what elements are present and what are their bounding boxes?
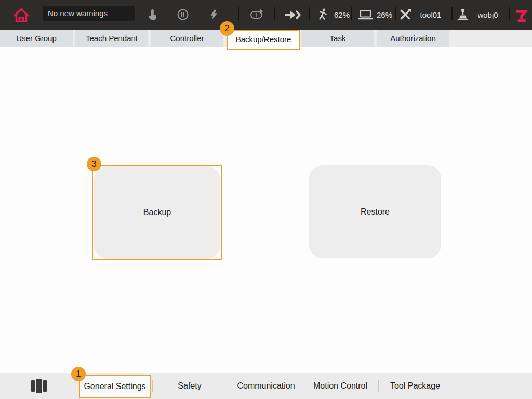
tab-teach-pendant[interactable]: Teach Pendant [75, 30, 148, 47]
home-button[interactable] [10, 4, 32, 26]
pause-icon [177, 8, 189, 21]
topbar-separator [451, 7, 453, 20]
backup-button-label: Backup [143, 208, 171, 217]
step-badge-2: 2 [220, 21, 234, 36]
topbar-separator [509, 7, 510, 20]
hand-guide-button[interactable] [144, 7, 160, 22]
backup-restore-panel [0, 47, 532, 373]
cycle-once-icon: 1 [249, 8, 264, 21]
hand-icon [146, 8, 158, 21]
cycle-mode-button[interactable]: 1 [248, 7, 265, 22]
bottombar-separator [302, 380, 302, 392]
top-status-bar: No new warnings 1 [0, 0, 532, 30]
tab-label: User Group [16, 34, 57, 43]
nav-tool-package[interactable]: Tool Package [390, 373, 440, 399]
lightning-icon [208, 8, 220, 21]
tab-authorization[interactable]: Authorization [377, 30, 449, 47]
speed-button[interactable] [315, 7, 330, 22]
robot-arm-icon [515, 8, 528, 22]
tab-label: Authorization [390, 34, 436, 43]
running-person-icon [316, 8, 329, 21]
tab-user-group[interactable]: User Group [0, 30, 73, 47]
pause-button[interactable] [175, 7, 191, 22]
nav-label: Tool Package [390, 381, 440, 390]
topbar-separator [274, 7, 275, 20]
robot-status-button[interactable] [513, 7, 530, 23]
panels-menu-button[interactable] [29, 378, 49, 394]
nav-label: Motion Control [313, 381, 367, 390]
tool-name-value: tool01 [417, 7, 444, 22]
backup-button[interactable]: Backup [94, 166, 220, 259]
nav-motion-control[interactable]: Motion Control [313, 373, 367, 399]
tools-icon [398, 8, 412, 21]
step-forward-button[interactable] [283, 7, 302, 22]
nav-communication[interactable]: Communication [237, 373, 295, 399]
warning-message-box[interactable]: No new warnings [43, 6, 135, 21]
step-badge-1: 1 [71, 367, 86, 381]
laptop-icon [357, 8, 373, 21]
bottombar-separator [152, 380, 153, 392]
tab-label: Controller [170, 34, 204, 43]
tab-task[interactable]: Task [301, 30, 374, 47]
topbar-separator [309, 7, 310, 20]
restore-button-label: Restore [361, 207, 390, 217]
nav-general-settings[interactable]: General Settings [79, 375, 151, 398]
nav-label: Communication [237, 381, 295, 390]
nav-label: General Settings [84, 382, 145, 391]
tab-controller[interactable]: Controller [151, 30, 223, 47]
topbar-separator [351, 7, 352, 20]
power-button[interactable] [206, 7, 222, 22]
workobject-name-value: wobj0 [474, 7, 501, 22]
step-forward-icon [284, 8, 301, 21]
tab-label: Task [330, 34, 346, 43]
step-badge-3: 3 [87, 157, 101, 171]
workobject-button[interactable] [455, 7, 471, 22]
bottombar-separator [453, 380, 453, 392]
warning-text: No new warnings [48, 9, 108, 18]
tab-backup-restore[interactable]: Backup/Restore [227, 30, 300, 50]
nav-label: Safety [178, 381, 201, 390]
joystick-icon [456, 8, 470, 22]
topbar-separator [395, 7, 396, 20]
cycle-count-label: 1 [255, 12, 258, 18]
nav-safety[interactable]: Safety [178, 373, 201, 399]
system-load-button[interactable] [356, 7, 374, 22]
tab-label: Teach Pendant [86, 34, 138, 43]
tab-label: Backup/Restore [236, 35, 291, 44]
home-icon [11, 5, 31, 25]
system-percent-value: 26% [374, 7, 395, 22]
speed-percent-value: 62% [331, 7, 352, 22]
tool-button[interactable] [397, 7, 413, 22]
bottombar-separator [228, 380, 228, 392]
restore-button[interactable]: Restore [309, 165, 441, 258]
panels-icon [31, 378, 47, 394]
bottombar-separator [378, 380, 379, 392]
topbar-separator [238, 7, 239, 20]
